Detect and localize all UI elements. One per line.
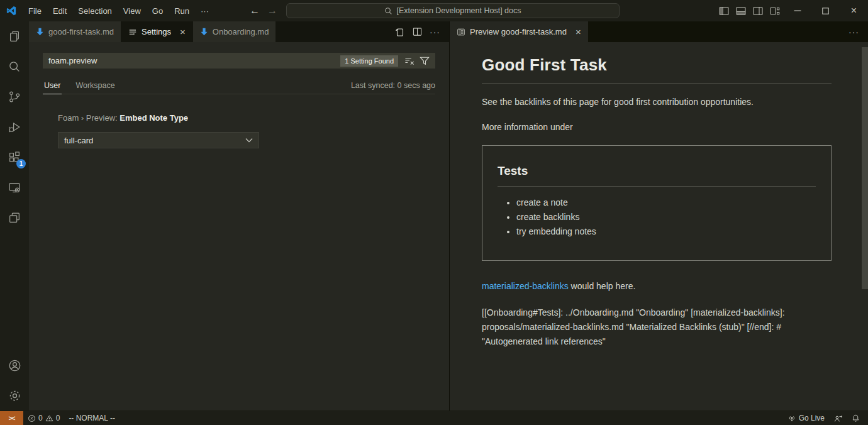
tab-label: Preview good-first-task.md (470, 27, 567, 36)
split-editor-icon[interactable] (409, 25, 425, 39)
tab-onboarding[interactable]: Onboarding.md (193, 21, 276, 42)
notifications-button[interactable] (847, 411, 864, 425)
menu-more-icon[interactable]: ··· (195, 4, 214, 18)
clear-settings-search-icon[interactable] (402, 54, 417, 68)
scope-tab-workspace[interactable]: Workspace (74, 81, 116, 94)
more-info-paragraph: More information under (482, 122, 832, 132)
toggle-primary-sidebar-icon[interactable] (715, 0, 732, 21)
settings-scope-tabs: User Workspace Last synced: 0 secs ago (43, 77, 435, 94)
settings-count-badge: 1 Setting Found (340, 55, 398, 67)
menu-run[interactable]: Run (169, 4, 195, 18)
tab-good-first-task[interactable]: good-first-task.md (29, 21, 121, 42)
extensions-icon[interactable]: 1 (0, 142, 29, 172)
forward-arrow-icon[interactable]: → (267, 5, 277, 16)
tab-label: good-first-task.md (48, 27, 114, 36)
sync-status: Last synced: 0 secs ago (351, 81, 435, 94)
close-tab-icon[interactable]: × (576, 27, 581, 36)
toggle-panel-icon[interactable] (732, 0, 749, 21)
more-actions-icon[interactable]: ··· (427, 27, 443, 37)
tabstrip-right: Preview good-first-task.md × ··· (450, 21, 868, 42)
settings-search-input[interactable] (48, 56, 340, 65)
editor-group-left: good-first-task.md Settings × Onboarding… (29, 21, 450, 411)
dropdown-value: full-card (64, 136, 93, 145)
menu-go[interactable]: Go (147, 4, 169, 18)
statusbar-right: Go Live (783, 411, 868, 425)
markdown-preview-icon (457, 28, 465, 36)
chevron-down-icon (245, 138, 253, 143)
go-live-button[interactable]: Go Live (783, 411, 829, 425)
setting-name: Embed Note Type (120, 113, 188, 123)
materialized-backlinks-link[interactable]: materialized-backlinks (482, 281, 569, 291)
editor-windows-icon[interactable] (0, 202, 29, 233)
bell-icon (852, 414, 860, 422)
menu-edit[interactable]: Edit (47, 4, 72, 18)
setting-embed-note-type: Foam › Preview: Embed Note Type full-car… (58, 113, 435, 148)
problems-status[interactable]: 0 0 (23, 411, 64, 425)
toggle-secondary-sidebar-icon[interactable] (749, 0, 766, 21)
history-nav: ← → (250, 0, 277, 21)
titlebar-controls: × (715, 0, 868, 21)
title-bar: File Edit Selection View Go Run ··· ← → … (0, 0, 868, 21)
customize-layout-icon[interactable] (766, 0, 783, 21)
markdown-preview-content: Good First Task See the backlinks of thi… (450, 42, 868, 349)
page-title: Good First Task (482, 55, 832, 84)
tab-preview-good-first-task[interactable]: Preview good-first-task.md × (450, 21, 588, 42)
error-count: 0 (38, 414, 43, 422)
warning-icon (45, 414, 53, 422)
close-tab-icon[interactable]: × (180, 27, 186, 36)
list-item: create a note (516, 197, 816, 207)
menu-selection[interactable]: Selection (72, 4, 117, 18)
markdown-file-icon (36, 28, 44, 36)
menu-file[interactable]: File (23, 4, 47, 18)
more-actions-icon[interactable]: ··· (846, 27, 862, 37)
broadcast-icon (787, 414, 796, 422)
settings-search-box: 1 Setting Found (43, 53, 435, 69)
list-item: create backlinks (516, 212, 816, 222)
minimize-button[interactable] (783, 0, 811, 21)
explorer-icon[interactable] (0, 21, 29, 52)
error-icon (28, 414, 36, 422)
search-icon (384, 7, 392, 15)
feedback-person-icon (833, 414, 843, 422)
settings-editor: 1 Setting Found User Workspace Last sync… (29, 42, 449, 411)
accounts-icon[interactable] (0, 350, 29, 380)
filter-settings-icon[interactable] (417, 54, 432, 68)
embed-list: create a note create backlinks try embed… (505, 197, 816, 236)
markdown-preview-pane: Good First Task See the backlinks of thi… (450, 42, 868, 411)
scope-tab-user[interactable]: User (43, 81, 62, 94)
tab-settings[interactable]: Settings × (121, 21, 192, 42)
settings-gear-icon[interactable] (0, 380, 29, 411)
menu-view[interactable]: View (118, 4, 147, 18)
editor-actions-left: ··· (392, 21, 449, 42)
setting-category: Foam › Preview: (58, 113, 120, 123)
list-item: try embedding notes (516, 226, 816, 236)
remote-explorer-icon[interactable] (0, 172, 29, 202)
embed-title: Tests (498, 164, 816, 187)
status-bar: >< 0 0 -- NORMAL -- Go Live (0, 411, 868, 425)
remote-indicator[interactable]: >< (0, 411, 23, 425)
link-paragraph: materialized-backlinks would help here. (482, 281, 832, 291)
source-control-icon[interactable] (0, 82, 29, 112)
extensions-badge: 1 (16, 159, 26, 168)
maximize-button[interactable] (811, 0, 840, 21)
tab-label: Onboarding.md (213, 27, 269, 36)
open-settings-json-icon[interactable] (392, 25, 407, 39)
embed-note-type-dropdown[interactable]: full-card (58, 132, 259, 148)
back-arrow-icon[interactable]: ← (250, 5, 260, 16)
link-suffix: would help here. (569, 281, 636, 291)
link-references-paragraph: [[Onboarding#Tests]: ../Onboarding.md "O… (482, 306, 832, 349)
feedback-button[interactable] (829, 411, 847, 425)
vscode-window: File Edit Selection View Go Run ··· ← → … (0, 0, 868, 425)
run-debug-icon[interactable] (0, 112, 29, 142)
vim-mode-indicator[interactable]: -- NORMAL -- (64, 411, 120, 425)
editor-actions-right: ··· (846, 21, 868, 42)
preview-scrollbar[interactable] (862, 47, 868, 289)
markdown-file-icon (200, 28, 208, 36)
intro-paragraph: See the backlinks of this page for good … (482, 97, 832, 107)
close-window-button[interactable]: × (840, 0, 868, 21)
workbench-body: 1 good-first-task.md (0, 21, 868, 411)
command-center[interactable]: [Extension Development Host] docs (286, 3, 620, 18)
search-view-icon[interactable] (0, 52, 29, 82)
settings-editor-icon (128, 28, 137, 36)
go-live-label: Go Live (799, 414, 825, 422)
